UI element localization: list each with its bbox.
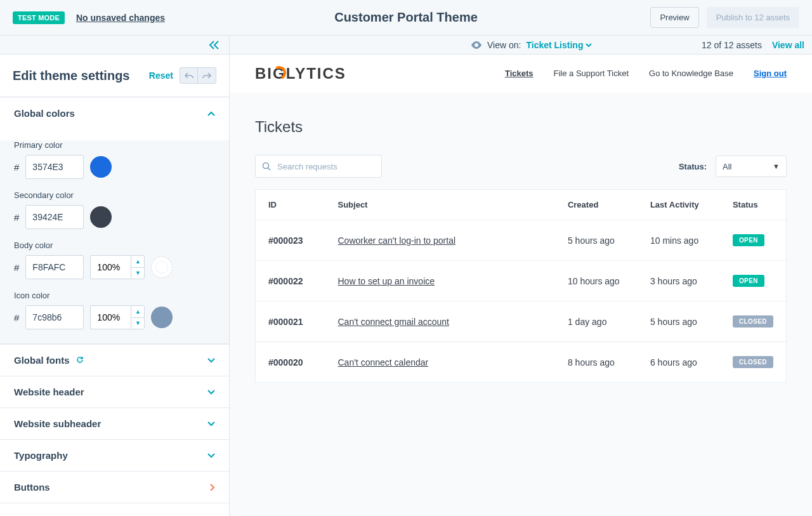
col-id: ID <box>256 190 325 220</box>
icon-opacity-step-down[interactable]: ▼ <box>131 318 144 329</box>
status-badge: OPEN <box>733 234 764 246</box>
cell-subject: Can't connect calendar <box>325 342 555 383</box>
undo-button[interactable] <box>180 68 198 83</box>
table-row: #000022How to set up an invoice10 hours … <box>256 261 787 301</box>
icon-opacity-step-up[interactable]: ▲ <box>131 306 144 318</box>
hash-symbol: # <box>14 162 19 173</box>
col-created: Created <box>555 190 638 220</box>
nav-sign-out[interactable]: Sign out <box>754 69 787 78</box>
undo-redo-group <box>180 67 216 84</box>
cell-activity: 5 hours ago <box>638 301 720 342</box>
primary-color-swatch[interactable] <box>90 156 112 178</box>
section-global-colors-body: Primary color # Secondary color # Body c… <box>0 140 229 344</box>
cell-status: CLOSED <box>720 342 787 383</box>
icon-color-swatch[interactable] <box>151 307 173 328</box>
table-row: #000020Can't connect calendar8 hours ago… <box>256 342 787 383</box>
view-on-dropdown[interactable]: Ticket Listing <box>526 40 592 50</box>
icon-opacity-input[interactable] <box>90 305 131 329</box>
cell-status: OPEN <box>720 220 787 261</box>
icon-color-input[interactable] <box>25 305 84 329</box>
svg-point-0 <box>263 163 269 169</box>
primary-color-label: Primary color <box>14 140 215 150</box>
cell-id: #000023 <box>256 220 325 261</box>
nav-knowledge-base[interactable]: Go to Knowledge Base <box>649 69 733 78</box>
body-color-swatch[interactable] <box>151 256 173 278</box>
cell-id: #000022 <box>256 261 325 301</box>
cell-created: 8 hours ago <box>555 342 638 383</box>
sub-bar: View on: Ticket Listing 12 of 12 assets … <box>0 36 812 55</box>
chevron-down-icon <box>207 358 215 363</box>
body-opacity-step-down[interactable]: ▼ <box>131 268 144 279</box>
col-subject: Subject <box>325 190 555 220</box>
collapse-sidebar-icon[interactable] <box>209 41 220 50</box>
secondary-color-swatch[interactable] <box>90 206 112 228</box>
cell-status: CLOSED <box>720 301 787 342</box>
table-header-row: ID Subject Created Last Activity Status <box>256 190 787 220</box>
chevron-down-icon <box>207 390 215 395</box>
section-label: Website subheader <box>14 418 101 429</box>
view-all-link[interactable]: View all <box>772 40 804 50</box>
body-color-label: Body color <box>14 241 215 250</box>
chevron-down-icon <box>586 43 592 47</box>
redo-icon <box>202 72 211 79</box>
section-website-subheader[interactable]: Website subheader <box>0 408 229 440</box>
chevron-down-icon <box>207 453 215 458</box>
redo-button[interactable] <box>198 68 216 83</box>
tickets-table: ID Subject Created Last Activity Status … <box>255 189 787 383</box>
test-mode-badge: TEST MODE <box>13 11 65 24</box>
caret-down-icon: ▼ <box>773 162 780 170</box>
cell-created: 10 hours ago <box>555 261 638 301</box>
hash-symbol: # <box>14 262 19 273</box>
cell-id: #000021 <box>256 301 325 342</box>
section-global-fonts[interactable]: Global fonts <box>0 345 229 376</box>
ticket-link[interactable]: Can't connect gmail account <box>338 317 449 327</box>
cell-subject: Can't connect gmail account <box>325 301 555 342</box>
ticket-link[interactable]: Can't connect calendar <box>338 357 429 367</box>
refresh-icon <box>76 356 84 366</box>
ticket-link[interactable]: Coworker can't log-in to portal <box>338 235 456 246</box>
primary-color-input[interactable] <box>25 155 84 179</box>
status-badge: CLOSED <box>733 315 773 327</box>
ticket-link[interactable]: How to set up an invoice <box>338 276 435 286</box>
unsaved-changes-link[interactable]: No unsaved changes <box>76 13 165 23</box>
body-opacity-step-up[interactable]: ▲ <box>131 256 144 268</box>
cell-id: #000020 <box>256 342 325 383</box>
section-label: Typography <box>14 450 68 461</box>
hash-symbol: # <box>14 312 19 323</box>
chevron-up-icon <box>207 111 215 116</box>
section-label: Global fonts <box>14 355 70 366</box>
preview-button[interactable]: Preview <box>650 7 698 28</box>
section-website-header[interactable]: Website header <box>0 376 229 408</box>
page-title: Customer Portal Theme <box>334 10 478 25</box>
col-activity: Last Activity <box>638 190 720 220</box>
cell-subject: How to set up an invoice <box>325 261 555 301</box>
search-icon <box>262 162 271 171</box>
brand-logo-text-a: BI <box>255 65 273 83</box>
reset-link[interactable]: Reset <box>149 70 173 81</box>
section-typography[interactable]: Typography <box>0 440 229 472</box>
search-input[interactable] <box>276 161 385 172</box>
view-on-value: Ticket Listing <box>526 40 583 50</box>
cell-activity: 3 hours ago <box>638 261 720 301</box>
hash-symbol: # <box>14 212 19 223</box>
status-badge: CLOSED <box>733 356 773 368</box>
view-on-label: View on: <box>487 40 521 50</box>
secondary-color-label: Secondary color <box>14 190 215 200</box>
portal-header: BIGLYTICS Tickets File a Support Ticket … <box>230 55 812 93</box>
body-color-input[interactable] <box>25 255 84 279</box>
search-box[interactable] <box>255 155 382 178</box>
section-global-colors[interactable]: Global colors <box>0 97 229 129</box>
chevron-down-icon <box>207 421 215 427</box>
settings-sidebar: Edit theme settings Reset Global colors <box>0 55 230 516</box>
icon-color-label: Icon color <box>14 291 215 300</box>
body-opacity-input[interactable] <box>90 255 131 279</box>
status-filter-select[interactable]: All ▼ <box>716 155 787 177</box>
brand-logo-text-b: LYTICS <box>286 65 346 83</box>
brand-logo: BIGLYTICS <box>255 65 346 83</box>
nav-tickets[interactable]: Tickets <box>505 69 534 78</box>
cell-activity: 10 mins ago <box>638 220 720 261</box>
cell-status: OPEN <box>720 261 787 301</box>
secondary-color-input[interactable] <box>25 205 84 229</box>
section-buttons[interactable]: Buttons <box>0 472 229 503</box>
nav-file-ticket[interactable]: File a Support Ticket <box>554 69 629 78</box>
